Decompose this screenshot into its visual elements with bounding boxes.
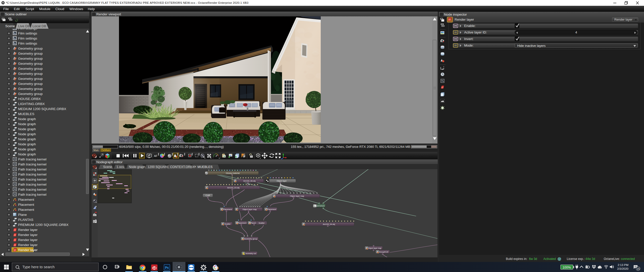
svg-text:Am193_03.obj: Am193_03.obj (227, 187, 239, 189)
svg-text:AF: AF (154, 154, 157, 157)
svg-text:Geometry out: Geometry out (245, 252, 256, 255)
svg-text:Add texture: Add texture (316, 205, 325, 207)
svg-text:Geometry group: Geometry group (244, 238, 257, 240)
svg-text:Scatter: Scatter (225, 223, 231, 225)
svg-text:Ps: Ps (165, 266, 169, 269)
svg-text:Am193_04.obj: Am193_04.obj (323, 223, 335, 225)
svg-text:Placement: Placement (237, 222, 247, 224)
svg-text:Placement: Placement (223, 208, 232, 211)
svg-text:Placement: Placement (267, 208, 276, 211)
svg-text:Object layer map: Object layer map (290, 195, 304, 197)
svg-text:Group#120: Group#120 (379, 251, 388, 253)
svg-text:CAR: CAR (206, 194, 210, 197)
svg-text:Scatter: Scatter (259, 222, 265, 224)
svg-text:Object layer map: Object layer map (243, 208, 257, 211)
svg-text:Am193_08.obj: Am193_08.obj (243, 180, 256, 182)
svg-text:Object layer: Object layer (276, 180, 287, 182)
svg-text:Object layer map: Object layer map (368, 247, 381, 249)
svg-text:Glossy material: Glossy material (226, 172, 239, 174)
